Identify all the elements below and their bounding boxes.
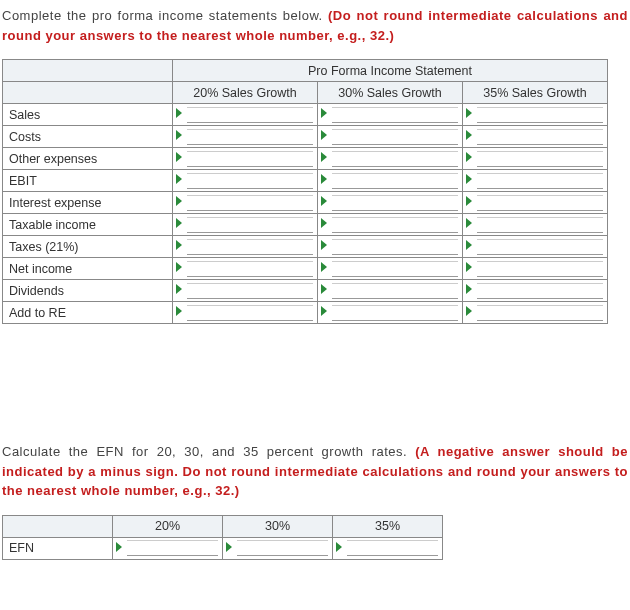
instruction-1-plain: Complete the pro forma income statements… (2, 8, 328, 23)
answer-field[interactable] (477, 107, 603, 123)
blank-header (3, 60, 173, 82)
answer-field[interactable] (187, 151, 313, 167)
row-label: Taxes (21%) (3, 236, 173, 258)
efn-col-3: 35% (333, 515, 443, 537)
answer-field[interactable] (477, 217, 603, 233)
answer-field[interactable] (332, 151, 458, 167)
answer-field[interactable] (477, 305, 603, 321)
answer-field[interactable] (187, 239, 313, 255)
input-cell[interactable] (318, 104, 463, 126)
answer-field[interactable] (332, 305, 458, 321)
input-cell[interactable] (318, 258, 463, 280)
input-cell[interactable] (173, 170, 318, 192)
answer-field[interactable] (332, 261, 458, 277)
row-label: Taxable income (3, 214, 173, 236)
row-label: Interest expense (3, 192, 173, 214)
row-label: Add to RE (3, 302, 173, 324)
input-cell[interactable] (173, 302, 318, 324)
answer-field[interactable] (187, 261, 313, 277)
answer-field[interactable] (477, 261, 603, 277)
input-cell[interactable] (113, 537, 223, 559)
row-label: Other expenses (3, 148, 173, 170)
col-header-1: 20% Sales Growth (173, 82, 318, 104)
input-cell[interactable] (318, 236, 463, 258)
answer-field[interactable] (332, 173, 458, 189)
efn-table: 20% 30% 35% EFN (2, 515, 443, 560)
answer-field[interactable] (477, 129, 603, 145)
input-cell[interactable] (318, 148, 463, 170)
answer-field[interactable] (187, 283, 313, 299)
input-cell[interactable] (173, 280, 318, 302)
input-cell[interactable] (318, 214, 463, 236)
input-cell[interactable] (173, 192, 318, 214)
answer-field[interactable] (187, 107, 313, 123)
answer-field[interactable] (477, 151, 603, 167)
answer-field[interactable] (332, 239, 458, 255)
input-cell[interactable] (463, 104, 608, 126)
efn-col-2: 30% (223, 515, 333, 537)
instruction-1: Complete the pro forma income statements… (2, 6, 628, 45)
input-cell[interactable] (173, 214, 318, 236)
input-cell[interactable] (318, 192, 463, 214)
answer-field[interactable] (127, 540, 218, 556)
instruction-2: Calculate the EFN for 20, 30, and 35 per… (2, 442, 628, 501)
row-label: Net income (3, 258, 173, 280)
input-cell[interactable] (333, 537, 443, 559)
answer-field[interactable] (187, 217, 313, 233)
blank-header (3, 515, 113, 537)
input-cell[interactable] (173, 148, 318, 170)
input-cell[interactable] (463, 280, 608, 302)
answer-field[interactable] (187, 173, 313, 189)
row-label: Costs (3, 126, 173, 148)
answer-field[interactable] (347, 540, 438, 556)
answer-field[interactable] (332, 283, 458, 299)
input-cell[interactable] (318, 170, 463, 192)
input-cell[interactable] (173, 126, 318, 148)
efn-col-1: 20% (113, 515, 223, 537)
answer-field[interactable] (237, 540, 328, 556)
input-cell[interactable] (318, 126, 463, 148)
input-cell[interactable] (463, 170, 608, 192)
input-cell[interactable] (463, 214, 608, 236)
col-header-3: 35% Sales Growth (463, 82, 608, 104)
instruction-2-plain: Calculate the EFN for 20, 30, and 35 per… (2, 444, 415, 459)
answer-field[interactable] (187, 195, 313, 211)
answer-field[interactable] (477, 239, 603, 255)
answer-field[interactable] (477, 173, 603, 189)
answer-field[interactable] (477, 195, 603, 211)
input-cell[interactable] (463, 302, 608, 324)
table-title: Pro Forma Income Statement (173, 60, 608, 82)
input-cell[interactable] (223, 537, 333, 559)
input-cell[interactable] (463, 236, 608, 258)
answer-field[interactable] (332, 217, 458, 233)
proforma-table: Pro Forma Income Statement 20% Sales Gro… (2, 59, 608, 324)
input-cell[interactable] (173, 104, 318, 126)
input-cell[interactable] (463, 192, 608, 214)
row-label: EBIT (3, 170, 173, 192)
input-cell[interactable] (173, 236, 318, 258)
row-label: EFN (3, 537, 113, 559)
blank-header (3, 82, 173, 104)
input-cell[interactable] (318, 302, 463, 324)
answer-field[interactable] (187, 129, 313, 145)
input-cell[interactable] (173, 258, 318, 280)
input-cell[interactable] (463, 126, 608, 148)
row-label: Sales (3, 104, 173, 126)
input-cell[interactable] (318, 280, 463, 302)
answer-field[interactable] (332, 129, 458, 145)
col-header-2: 30% Sales Growth (318, 82, 463, 104)
answer-field[interactable] (332, 107, 458, 123)
row-label: Dividends (3, 280, 173, 302)
answer-field[interactable] (187, 305, 313, 321)
answer-field[interactable] (332, 195, 458, 211)
input-cell[interactable] (463, 148, 608, 170)
input-cell[interactable] (463, 258, 608, 280)
answer-field[interactable] (477, 283, 603, 299)
